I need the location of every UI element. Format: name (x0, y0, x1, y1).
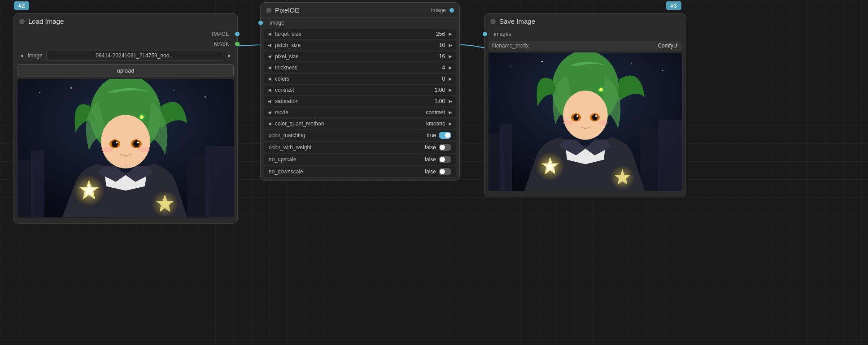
svg-rect-7 (31, 151, 44, 217)
target-size-value: 256 (427, 31, 445, 37)
param-mode: ◄ mode contrast ► (264, 108, 456, 117)
image-name-display: 09414-20241031_214759_noo... (46, 51, 224, 60)
param-patch-size: ◄ patch_size 10 ► (264, 40, 456, 50)
mode-inc[interactable]: ► (448, 109, 453, 116)
saturation-dec[interactable]: ◄ (267, 98, 272, 104)
contrast-value: 1.00 (427, 87, 445, 93)
svg-point-31 (631, 64, 632, 65)
pixeloe-status (266, 8, 271, 13)
svg-point-14 (112, 140, 118, 147)
load-image-status (19, 19, 25, 24)
no-downscale-value: false (425, 168, 436, 175)
pixeloe-header: PixelOE image (261, 3, 459, 18)
pixeloe-image-input-label: image (270, 20, 284, 26)
param-target-size: ◄ target_size 256 ► (264, 29, 456, 39)
no-upscale-toggle[interactable] (439, 156, 451, 163)
toggle-color-matching: color_matching true (264, 130, 456, 141)
image-next-btn[interactable]: ► (225, 52, 234, 59)
mask-output-dot[interactable] (235, 42, 240, 46)
thickness-label: thickness (275, 65, 427, 71)
color-quant-dec[interactable]: ◄ (267, 121, 272, 127)
toggle-color-with-weight: color_with_weight false (264, 142, 456, 153)
pixel-size-label: pixel_size (275, 53, 427, 60)
pixel-size-dec[interactable]: ◄ (267, 53, 272, 60)
svg-point-41 (573, 114, 579, 121)
pixeloe-image-output-dot[interactable] (449, 8, 454, 13)
load-image-node: #2 Load Image IMAGE MASK ◄ image 09414-2… (13, 13, 238, 224)
save-image-node: #3 Save Image images filename_prefix Com… (484, 13, 686, 197)
load-image-header: Load Image (14, 14, 237, 29)
patch-size-inc[interactable]: ► (448, 42, 453, 48)
load-image-preview (17, 79, 234, 218)
svg-point-43 (576, 115, 578, 117)
svg-point-32 (662, 70, 663, 71)
pixeloe-image-input-dot[interactable] (258, 21, 263, 25)
saturation-value: 1.00 (427, 98, 445, 104)
colors-value: 0 (427, 76, 445, 82)
color-quant-value: kmeans (426, 121, 445, 127)
save-image-title: Save Image (499, 17, 535, 25)
image-prev-btn[interactable]: ◄ (17, 52, 26, 59)
saturation-inc[interactable]: ► (448, 98, 453, 104)
toggle-no-downscale: no_downscale false (264, 166, 456, 177)
filename-prefix-value: ComfyUI (658, 43, 679, 49)
save-image-status (490, 19, 496, 24)
image-output-label: IMAGE (212, 31, 229, 37)
target-size-dec[interactable]: ◄ (267, 31, 272, 37)
save-images-input-dot[interactable] (483, 32, 487, 36)
pixeloe-node: #1 HakuImg PixelOE image image ◄ target_… (260, 2, 460, 181)
filename-prefix-row: filename_prefix ComfyUI (489, 41, 682, 51)
load-image-title: Load Image (28, 17, 64, 25)
filename-prefix-label: filename_prefix (492, 43, 658, 49)
image-selector-row: ◄ image 09414-20241031_214759_noo... ► (14, 49, 237, 62)
param-thickness: ◄ thickness 4 ► (264, 63, 456, 73)
contrast-inc[interactable]: ► (448, 87, 453, 93)
svg-point-15 (133, 140, 140, 147)
svg-point-42 (592, 114, 598, 121)
color-matching-value: true (427, 132, 436, 138)
color-with-weight-toggle[interactable] (439, 144, 451, 151)
svg-point-38 (563, 91, 608, 139)
svg-rect-35 (640, 129, 660, 191)
mode-dec[interactable]: ◄ (267, 109, 272, 116)
no-downscale-toggle[interactable] (439, 168, 451, 175)
svg-point-48 (599, 88, 603, 91)
colors-inc[interactable]: ► (448, 76, 453, 82)
image-output-port: IMAGE (14, 29, 237, 39)
pixeloe-title: PixelOE (275, 6, 299, 14)
save-image-header: Save Image (485, 14, 686, 29)
target-size-inc[interactable]: ► (448, 31, 453, 37)
mask-output-label: MASK (214, 41, 229, 47)
pixel-size-value: 16 (427, 53, 445, 60)
svg-point-21 (140, 115, 144, 119)
thickness-inc[interactable]: ► (448, 65, 453, 71)
pixel-size-inc[interactable]: ► (448, 53, 453, 60)
thickness-dec[interactable]: ◄ (267, 65, 272, 71)
pixeloe-image-output-label: image (431, 7, 446, 13)
svg-point-5 (205, 96, 206, 98)
no-upscale-label: no_upscale (269, 156, 425, 163)
load-image-node-id: #2 (14, 1, 29, 10)
pixeloe-input-port-row: image (261, 18, 459, 28)
mask-output-port: MASK (14, 39, 237, 49)
no-upscale-value: false (425, 156, 436, 163)
save-images-input-row: images (485, 29, 686, 39)
patch-size-label: patch_size (275, 42, 427, 48)
contrast-dec[interactable]: ◄ (267, 87, 272, 93)
contrast-label: contrast (275, 87, 427, 93)
svg-point-1 (39, 92, 40, 93)
save-image-node-id: #3 (666, 1, 681, 10)
svg-point-11 (101, 115, 150, 168)
param-color-quant-methon: ◄ color_quant_methon kmeans ► (264, 119, 456, 129)
param-colors: ◄ colors 0 ► (264, 74, 456, 84)
upload-button[interactable]: upload (17, 64, 234, 77)
no-downscale-label: no_downscale (269, 168, 425, 175)
svg-point-17 (137, 142, 139, 143)
color-quant-inc[interactable]: ► (448, 121, 453, 127)
patch-size-dec[interactable]: ◄ (267, 42, 272, 48)
color-matching-toggle[interactable] (439, 132, 451, 139)
colors-dec[interactable]: ◄ (267, 76, 272, 82)
save-image-preview (489, 52, 682, 191)
image-output-dot[interactable] (235, 32, 240, 36)
patch-size-value: 10 (427, 42, 445, 48)
